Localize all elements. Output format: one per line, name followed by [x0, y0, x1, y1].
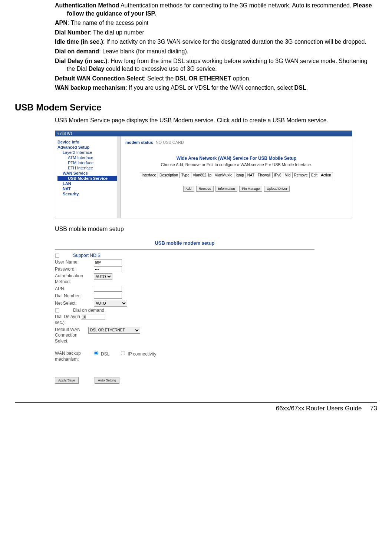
wan-backup-label: WAN backup mechanism:	[55, 351, 94, 362]
row-dial-delay: Dial Delay(in sec.):	[55, 314, 314, 325]
radio-ip-wrap[interactable]: IP connectivity	[121, 351, 156, 357]
auth-method-label: Authentication Method:	[55, 273, 94, 285]
radio-ip[interactable]	[121, 351, 125, 356]
support-ndis-label: Support NDIS	[73, 253, 101, 258]
default-wan-select[interactable]: DSL OR ETHERNET	[88, 327, 140, 334]
panel-subheading: Choose Add, Remove or Edit to configure …	[125, 162, 347, 167]
section-heading: USB Modem Service	[15, 102, 377, 113]
form-buttons: Apply/Save Auto Setting	[55, 377, 314, 384]
nav-wan-service[interactable]: WAN Service	[57, 171, 121, 176]
nav-sidebar: Device Info Advanced Setup Layer2 Interf…	[55, 136, 121, 218]
window-titlebar: 6768-W1	[55, 131, 352, 136]
remove-button[interactable]: Remove	[196, 186, 214, 192]
nav-atm[interactable]: ATM Interface	[57, 155, 121, 160]
radio-dsl-wrap[interactable]: DSL	[94, 351, 109, 357]
table-header-row: Interface Description Type Vlan802.1p Vl…	[140, 172, 333, 178]
wan-service-table: Interface Description Type Vlan802.1p Vl…	[140, 172, 333, 178]
nav-usb-modem-service[interactable]: USB Modem Service	[57, 176, 121, 181]
footer-guide: 66xx/67xx Router Users Guide	[276, 405, 362, 412]
nav-layer2[interactable]: Layer2 Interface	[57, 150, 121, 155]
pin-manage-button[interactable]: Pin Manage	[239, 186, 262, 192]
password-label: Password:	[55, 267, 94, 272]
net-select-label: Net Select:	[55, 301, 94, 306]
default-wan-label: Default WAN Connection Select:	[55, 327, 88, 344]
def-term: Dial on demand	[55, 48, 99, 54]
row-wan-backup: WAN backup mechanism: DSL IP connectivit…	[55, 351, 314, 362]
footer-page-number: 73	[370, 405, 377, 412]
col-nat: NAT	[246, 172, 256, 178]
row-password: Password:	[55, 266, 314, 272]
form-title: USB mobile modem setup	[55, 240, 314, 246]
def-term: Default WAN Connection Select	[55, 75, 144, 82]
def-wanbackup: WAN backup mechanism: If you are using A…	[55, 84, 377, 92]
modem-status-label: modem status	[125, 140, 153, 145]
nav-device-info[interactable]: Device Info	[57, 139, 121, 145]
username-input[interactable]	[94, 259, 122, 265]
section-paragraph: USB Modem Service page displays the USB …	[55, 116, 377, 125]
net-select[interactable]: AUTO	[94, 300, 127, 307]
password-input[interactable]	[94, 266, 122, 272]
row-default-wan: Default WAN Connection Select: DSL OR ET…	[55, 327, 314, 344]
def-text: .	[306, 85, 308, 91]
def-bold: DSL OR ETHERNET	[175, 75, 231, 82]
auto-setting-button[interactable]: Auto Setting	[95, 377, 119, 384]
nav-security[interactable]: Security	[57, 191, 121, 196]
add-button[interactable]: Add	[183, 186, 194, 192]
radio-dsl-label: DSL	[101, 351, 109, 357]
def-bold: DSL	[294, 85, 306, 91]
upload-driver-button[interactable]: Upload Driver	[264, 186, 290, 192]
row-auth-method: Authentication Method: AUTO	[55, 273, 314, 285]
nav-ptm[interactable]: PTM Interface	[57, 160, 121, 165]
row-dial-on-demand: Dial on demand	[55, 308, 314, 313]
username-label: User Name:	[55, 259, 94, 265]
def-apn: APN: The name of the access point	[55, 19, 377, 27]
col-firewall: Firewall	[256, 172, 272, 178]
dial-on-demand-checkbox[interactable]	[55, 308, 60, 313]
figure-usb-modem-form: USB mobile modem setup Support NDIS User…	[55, 240, 314, 384]
nav-advanced-setup[interactable]: Advanced Setup	[57, 145, 121, 150]
figure2-caption: USB mobile modem setup	[55, 225, 377, 233]
button-row: Add Remove Information Pin Manage Upload…	[125, 186, 347, 192]
dial-on-demand-label: Dial on demand	[73, 308, 104, 313]
def-term: WAN backup mechanism	[55, 85, 125, 91]
def-text: could lead to excessive use of 3G servic…	[104, 66, 217, 72]
def-bold: Delay	[89, 66, 105, 72]
nav-nat[interactable]: NAT	[57, 186, 121, 191]
radio-dsl[interactable]	[94, 351, 99, 356]
def-text: option.	[231, 75, 250, 82]
def-auth: Authentication Method Authentication met…	[55, 1, 377, 17]
col-ipv6: IPv6	[272, 172, 283, 178]
modem-status-value: NO USB CARD	[156, 140, 184, 145]
definition-list: Authentication Method Authentication met…	[55, 1, 377, 92]
def-term: Authentication Method	[55, 2, 119, 9]
def-text: : The name of the access point	[67, 20, 149, 26]
information-button[interactable]: Information	[215, 186, 237, 192]
def-text: : The dial up number	[90, 29, 144, 36]
nav-eth[interactable]: ETH Interface	[57, 165, 121, 171]
apply-save-button[interactable]: Apply/Save	[55, 377, 79, 384]
nav-lan[interactable]: LAN	[57, 181, 121, 186]
col-mld: Mld	[283, 172, 292, 178]
def-dialnumber: Dial Number: The dial up number	[55, 29, 377, 37]
divider	[55, 249, 314, 250]
apn-input[interactable]	[94, 286, 122, 292]
col-action: Action	[319, 172, 333, 178]
figure-router-admin: 6768-W1 Device Info Advanced Setup Layer…	[55, 130, 352, 218]
row-support-ndis: Support NDIS	[55, 253, 314, 258]
dial-number-input[interactable]	[94, 293, 122, 299]
col-remove: Remove	[292, 172, 309, 178]
support-ndis-checkbox[interactable]	[55, 253, 60, 258]
def-defaultwan: Default WAN Connection Select: Select th…	[55, 75, 377, 83]
row-net-select: Net Select: AUTO	[55, 300, 314, 307]
row-apn: APN:	[55, 286, 314, 292]
scrollbar[interactable]	[117, 136, 121, 218]
def-term: Dial Number	[55, 29, 90, 36]
dial-delay-input[interactable]	[81, 314, 105, 320]
main-panel: modem status NO USB CARD Wide Area Netwo…	[121, 136, 352, 218]
col-description: Description	[158, 172, 179, 178]
col-vlanmuxid: VlanMuxId	[213, 172, 234, 178]
row-username: User Name:	[55, 259, 314, 265]
def-dialdelay: Dial Delay (in sec.): How long from the …	[55, 57, 377, 73]
def-dialondemand: Dial on demand: Leave blank (for manual …	[55, 47, 377, 56]
auth-method-select[interactable]: AUTO	[94, 273, 112, 280]
